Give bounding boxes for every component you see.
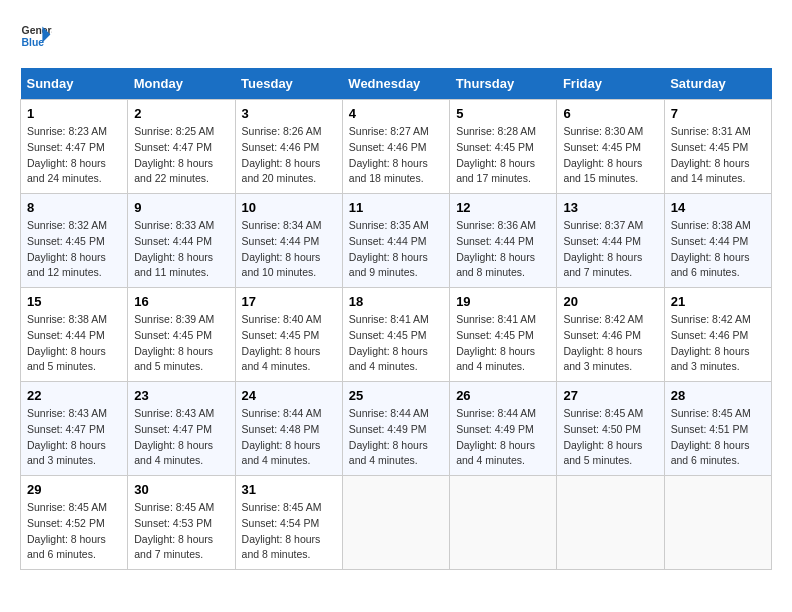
calendar-cell: 23Sunrise: 8:43 AMSunset: 4:47 PMDayligh… — [128, 382, 235, 476]
calendar-cell: 24Sunrise: 8:44 AMSunset: 4:48 PMDayligh… — [235, 382, 342, 476]
week-row-3: 15Sunrise: 8:38 AMSunset: 4:44 PMDayligh… — [21, 288, 772, 382]
header: General Blue — [20, 20, 772, 52]
calendar-cell: 3Sunrise: 8:26 AMSunset: 4:46 PMDaylight… — [235, 100, 342, 194]
day-info: Sunrise: 8:33 AMSunset: 4:44 PMDaylight:… — [134, 218, 228, 281]
col-header-monday: Monday — [128, 68, 235, 100]
day-info: Sunrise: 8:44 AMSunset: 4:49 PMDaylight:… — [349, 406, 443, 469]
day-number: 24 — [242, 388, 336, 403]
svg-text:Blue: Blue — [22, 37, 45, 48]
calendar-cell: 28Sunrise: 8:45 AMSunset: 4:51 PMDayligh… — [664, 382, 771, 476]
day-info: Sunrise: 8:32 AMSunset: 4:45 PMDaylight:… — [27, 218, 121, 281]
day-info: Sunrise: 8:43 AMSunset: 4:47 PMDaylight:… — [27, 406, 121, 469]
day-number: 14 — [671, 200, 765, 215]
day-number: 17 — [242, 294, 336, 309]
day-number: 19 — [456, 294, 550, 309]
day-info: Sunrise: 8:25 AMSunset: 4:47 PMDaylight:… — [134, 124, 228, 187]
day-number: 3 — [242, 106, 336, 121]
day-number: 21 — [671, 294, 765, 309]
day-info: Sunrise: 8:34 AMSunset: 4:44 PMDaylight:… — [242, 218, 336, 281]
day-info: Sunrise: 8:42 AMSunset: 4:46 PMDaylight:… — [671, 312, 765, 375]
calendar-cell: 30Sunrise: 8:45 AMSunset: 4:53 PMDayligh… — [128, 476, 235, 570]
week-row-2: 8Sunrise: 8:32 AMSunset: 4:45 PMDaylight… — [21, 194, 772, 288]
day-info: Sunrise: 8:28 AMSunset: 4:45 PMDaylight:… — [456, 124, 550, 187]
day-info: Sunrise: 8:45 AMSunset: 4:50 PMDaylight:… — [563, 406, 657, 469]
day-info: Sunrise: 8:45 AMSunset: 4:53 PMDaylight:… — [134, 500, 228, 563]
calendar-cell: 5Sunrise: 8:28 AMSunset: 4:45 PMDaylight… — [450, 100, 557, 194]
week-row-5: 29Sunrise: 8:45 AMSunset: 4:52 PMDayligh… — [21, 476, 772, 570]
calendar-cell: 26Sunrise: 8:44 AMSunset: 4:49 PMDayligh… — [450, 382, 557, 476]
calendar-cell: 21Sunrise: 8:42 AMSunset: 4:46 PMDayligh… — [664, 288, 771, 382]
day-number: 26 — [456, 388, 550, 403]
calendar-cell: 16Sunrise: 8:39 AMSunset: 4:45 PMDayligh… — [128, 288, 235, 382]
calendar-cell: 27Sunrise: 8:45 AMSunset: 4:50 PMDayligh… — [557, 382, 664, 476]
day-info: Sunrise: 8:44 AMSunset: 4:48 PMDaylight:… — [242, 406, 336, 469]
header-row: SundayMondayTuesdayWednesdayThursdayFrid… — [21, 68, 772, 100]
day-number: 28 — [671, 388, 765, 403]
day-info: Sunrise: 8:44 AMSunset: 4:49 PMDaylight:… — [456, 406, 550, 469]
day-number: 18 — [349, 294, 443, 309]
calendar-cell: 20Sunrise: 8:42 AMSunset: 4:46 PMDayligh… — [557, 288, 664, 382]
col-header-friday: Friday — [557, 68, 664, 100]
calendar-cell: 1Sunrise: 8:23 AMSunset: 4:47 PMDaylight… — [21, 100, 128, 194]
col-header-wednesday: Wednesday — [342, 68, 449, 100]
day-info: Sunrise: 8:27 AMSunset: 4:46 PMDaylight:… — [349, 124, 443, 187]
day-info: Sunrise: 8:31 AMSunset: 4:45 PMDaylight:… — [671, 124, 765, 187]
calendar-cell: 15Sunrise: 8:38 AMSunset: 4:44 PMDayligh… — [21, 288, 128, 382]
calendar-cell: 7Sunrise: 8:31 AMSunset: 4:45 PMDaylight… — [664, 100, 771, 194]
col-header-saturday: Saturday — [664, 68, 771, 100]
day-info: Sunrise: 8:30 AMSunset: 4:45 PMDaylight:… — [563, 124, 657, 187]
day-number: 2 — [134, 106, 228, 121]
logo: General Blue — [20, 20, 52, 52]
day-info: Sunrise: 8:36 AMSunset: 4:44 PMDaylight:… — [456, 218, 550, 281]
calendar-cell — [664, 476, 771, 570]
calendar-cell: 2Sunrise: 8:25 AMSunset: 4:47 PMDaylight… — [128, 100, 235, 194]
col-header-thursday: Thursday — [450, 68, 557, 100]
calendar-cell: 6Sunrise: 8:30 AMSunset: 4:45 PMDaylight… — [557, 100, 664, 194]
calendar-cell: 9Sunrise: 8:33 AMSunset: 4:44 PMDaylight… — [128, 194, 235, 288]
calendar-cell: 14Sunrise: 8:38 AMSunset: 4:44 PMDayligh… — [664, 194, 771, 288]
day-number: 23 — [134, 388, 228, 403]
col-header-tuesday: Tuesday — [235, 68, 342, 100]
calendar-cell: 11Sunrise: 8:35 AMSunset: 4:44 PMDayligh… — [342, 194, 449, 288]
day-number: 16 — [134, 294, 228, 309]
calendar-cell: 4Sunrise: 8:27 AMSunset: 4:46 PMDaylight… — [342, 100, 449, 194]
day-info: Sunrise: 8:45 AMSunset: 4:54 PMDaylight:… — [242, 500, 336, 563]
day-number: 30 — [134, 482, 228, 497]
week-row-1: 1Sunrise: 8:23 AMSunset: 4:47 PMDaylight… — [21, 100, 772, 194]
calendar-cell — [342, 476, 449, 570]
day-info: Sunrise: 8:45 AMSunset: 4:51 PMDaylight:… — [671, 406, 765, 469]
day-info: Sunrise: 8:42 AMSunset: 4:46 PMDaylight:… — [563, 312, 657, 375]
day-info: Sunrise: 8:26 AMSunset: 4:46 PMDaylight:… — [242, 124, 336, 187]
logo-icon: General Blue — [20, 20, 52, 52]
day-info: Sunrise: 8:35 AMSunset: 4:44 PMDaylight:… — [349, 218, 443, 281]
day-number: 13 — [563, 200, 657, 215]
calendar-cell — [557, 476, 664, 570]
calendar-table: SundayMondayTuesdayWednesdayThursdayFrid… — [20, 68, 772, 570]
day-number: 25 — [349, 388, 443, 403]
day-info: Sunrise: 8:40 AMSunset: 4:45 PMDaylight:… — [242, 312, 336, 375]
day-number: 11 — [349, 200, 443, 215]
calendar-cell: 8Sunrise: 8:32 AMSunset: 4:45 PMDaylight… — [21, 194, 128, 288]
day-number: 1 — [27, 106, 121, 121]
day-number: 8 — [27, 200, 121, 215]
calendar-cell: 10Sunrise: 8:34 AMSunset: 4:44 PMDayligh… — [235, 194, 342, 288]
day-number: 22 — [27, 388, 121, 403]
day-info: Sunrise: 8:45 AMSunset: 4:52 PMDaylight:… — [27, 500, 121, 563]
day-number: 7 — [671, 106, 765, 121]
day-info: Sunrise: 8:41 AMSunset: 4:45 PMDaylight:… — [349, 312, 443, 375]
calendar-cell: 31Sunrise: 8:45 AMSunset: 4:54 PMDayligh… — [235, 476, 342, 570]
day-info: Sunrise: 8:23 AMSunset: 4:47 PMDaylight:… — [27, 124, 121, 187]
day-info: Sunrise: 8:38 AMSunset: 4:44 PMDaylight:… — [27, 312, 121, 375]
calendar-cell: 29Sunrise: 8:45 AMSunset: 4:52 PMDayligh… — [21, 476, 128, 570]
calendar-cell: 22Sunrise: 8:43 AMSunset: 4:47 PMDayligh… — [21, 382, 128, 476]
day-number: 27 — [563, 388, 657, 403]
day-number: 5 — [456, 106, 550, 121]
day-info: Sunrise: 8:41 AMSunset: 4:45 PMDaylight:… — [456, 312, 550, 375]
day-number: 15 — [27, 294, 121, 309]
calendar-cell: 18Sunrise: 8:41 AMSunset: 4:45 PMDayligh… — [342, 288, 449, 382]
day-number: 6 — [563, 106, 657, 121]
day-info: Sunrise: 8:39 AMSunset: 4:45 PMDaylight:… — [134, 312, 228, 375]
calendar-cell: 13Sunrise: 8:37 AMSunset: 4:44 PMDayligh… — [557, 194, 664, 288]
calendar-cell: 25Sunrise: 8:44 AMSunset: 4:49 PMDayligh… — [342, 382, 449, 476]
day-number: 12 — [456, 200, 550, 215]
